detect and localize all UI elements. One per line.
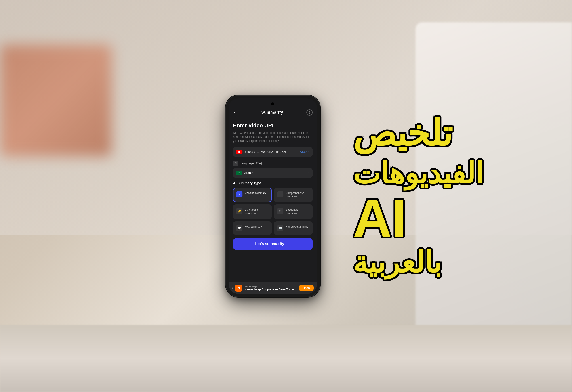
back-button[interactable]: ←: [233, 110, 238, 115]
summary-card-narrative[interactable]: 📖 Narrative summary: [274, 221, 313, 235]
language-header: ⊞ Language (15+): [233, 161, 313, 166]
youtube-icon: [236, 150, 242, 154]
phone-body: ← Summarify ? Enter Video URL Don't worr…: [226, 95, 320, 297]
url-input-row[interactable]: :oOs?si=BM6SgOcwetdlQZ2E CLEAR: [233, 147, 313, 157]
bg-table: [0, 325, 572, 392]
summary-card-bullet[interactable]: 🔑 Bullet point summary: [233, 204, 272, 219]
comprehensive-icon: ☰: [277, 191, 283, 197]
language-label: Language (15+): [240, 161, 262, 165]
summary-type-section: AI Summary Type ≡ Concise summary: [233, 181, 313, 235]
summarify-button[interactable]: Let's summarify →: [233, 238, 313, 250]
summary-card-sequential[interactable]: ⏱ Sequential summary: [274, 204, 313, 219]
faq-label: FAQ summary: [245, 225, 262, 229]
phone-camera: [271, 102, 274, 105]
ad-title: Namecheap Coupons — Save Today: [244, 288, 296, 291]
sequential-icon: ⏱: [277, 208, 283, 214]
bullet-label: Bullet point summary: [245, 208, 269, 216]
phone-screen: ← Summarify ? Enter Video URL Don't worr…: [229, 98, 317, 294]
ad-brand-name: Namecheap: [244, 285, 296, 288]
ad-brand-icon: N: [235, 284, 242, 292]
help-button[interactable]: ?: [306, 110, 313, 116]
chevron-right-icon: ›: [308, 171, 309, 175]
summary-card-comprehensive[interactable]: ☰ Comprehensive summary: [274, 188, 313, 202]
page-title: Enter Video URL: [233, 122, 313, 129]
ad-text: Namecheap Namecheap Coupons — Save Today: [244, 285, 296, 291]
youtube-play-icon: [238, 151, 241, 153]
concise-label: Concise summary: [245, 191, 266, 195]
summary-card-faq[interactable]: 💬 FAQ summary: [233, 221, 272, 235]
faq-icon: 💬: [236, 225, 242, 231]
app-title: Summarify: [261, 110, 283, 115]
narrative-icon: 📖: [277, 225, 283, 231]
language-name: Arabic: [244, 171, 306, 175]
concise-icon: ≡: [236, 191, 242, 197]
language-section: ⊞ Language (15+) 🇸🇦 Arabic ›: [233, 161, 313, 178]
clear-button[interactable]: CLEAR: [300, 150, 309, 154]
ad-info-icon: ℹ: [232, 286, 233, 290]
bullet-icon: 🔑: [236, 208, 242, 214]
app: ← Summarify ? Enter Video URL Don't worr…: [229, 98, 317, 294]
arrow-right-icon: →: [286, 242, 290, 246]
app-header: ← Summarify ?: [229, 110, 317, 119]
summary-type-title: AI Summary Type: [233, 181, 313, 185]
ad-brand-n: N: [237, 286, 240, 290]
ad-banner: ℹ N Namecheap Namecheap Coupons — Save T…: [229, 282, 317, 294]
bg-sofa: [0, 45, 112, 156]
bg-box-right: [416, 22, 572, 335]
arabic-flag: 🇸🇦: [236, 171, 242, 175]
page-desc: Don't worry if a YouTube video is too lo…: [233, 131, 313, 143]
summarify-button-label: Let's summarify: [255, 242, 284, 246]
app-content: Enter Video URL Don't worry if a YouTube…: [229, 119, 317, 282]
language-selector[interactable]: 🇸🇦 Arabic ›: [233, 168, 313, 178]
ad-open-button[interactable]: Open: [299, 284, 314, 292]
comprehensive-label: Comprehensive summary: [286, 191, 309, 199]
url-text: :oOs?si=BM6SgOcwetdlQZ2E: [245, 150, 298, 154]
sequential-label: Sequential summary: [286, 208, 309, 216]
phone: ← Summarify ? Enter Video URL Don't worr…: [226, 95, 320, 297]
summary-grid: ≡ Concise summary ☰ Comprehensive summar…: [233, 188, 313, 235]
narrative-label: Narrative summary: [286, 225, 308, 229]
language-icon: ⊞: [233, 161, 238, 166]
summary-card-concise[interactable]: ≡ Concise summary: [233, 188, 272, 202]
